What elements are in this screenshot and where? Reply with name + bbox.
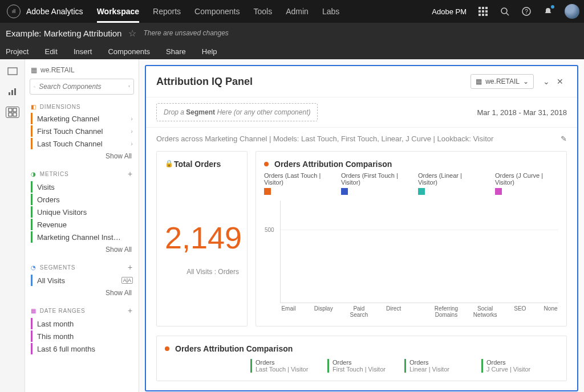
menu-components[interactable]: Components <box>108 47 150 56</box>
svg-rect-7 <box>14 88 16 95</box>
component-item[interactable]: Last month <box>25 317 139 330</box>
svg-rect-9 <box>13 108 17 112</box>
menu-edit[interactable]: Edit <box>44 47 57 56</box>
project-title[interactable]: Example: Marketing Attribution <box>6 28 121 38</box>
menu-insert[interactable]: Insert <box>74 47 92 56</box>
chart-x-labels: EmailDisplayPaid SearchDirectReferring D… <box>280 305 558 318</box>
component-item[interactable]: This month <box>25 330 139 342</box>
attribution-chart-card[interactable]: Orders Attribution Comparison Orders (La… <box>256 151 567 326</box>
workspace-canvas: Attribution IQ Panel ▦ we.RETAIL ⌄ ⌄ ✕ D… <box>139 59 584 392</box>
menu-help[interactable]: Help <box>202 47 217 56</box>
add-daterange-icon[interactable]: + <box>128 306 133 315</box>
x-axis-label: Display <box>314 305 333 318</box>
report-suite-selector[interactable]: ▦ we.RETAIL <box>25 64 139 79</box>
dateranges-header: ▦ DATE RANGES + <box>25 304 139 317</box>
rail-visualization-icon[interactable] <box>6 87 19 97</box>
metrics-header: ◑ METRICS + <box>25 167 139 181</box>
notifications-bell-icon[interactable] <box>543 6 553 17</box>
component-item[interactable]: First Touch Channel› <box>25 125 139 137</box>
dimensions-icon: ◧ <box>31 104 36 110</box>
component-item[interactable]: Orders <box>25 193 139 206</box>
primary-nav: Workspace Reports Components Tools Admin… <box>97 7 340 16</box>
svg-rect-5 <box>9 92 10 95</box>
report-suite-label: we.RETAIL <box>40 66 75 74</box>
total-orders-footer: All Visits : Orders <box>165 268 239 276</box>
menu-share[interactable]: Share <box>166 47 186 56</box>
rail-components-icon[interactable] <box>6 107 19 117</box>
add-segment-icon[interactable]: + <box>128 263 133 272</box>
calendar-icon: ▦ <box>31 308 36 314</box>
apps-switcher-icon[interactable] <box>478 6 488 17</box>
component-item[interactable]: Last Touch Channel› <box>25 137 139 150</box>
table-column-header[interactable]: OrdersLast Touch | Visitor <box>250 359 327 373</box>
component-item[interactable]: Unique Visitors <box>25 206 139 218</box>
chevron-down-icon: ⌄ <box>523 77 529 85</box>
legend-item[interactable]: Orders (Last Touch | Visitor) <box>264 172 327 196</box>
add-metric-icon[interactable]: + <box>128 169 133 178</box>
component-item[interactable]: Revenue <box>25 218 139 231</box>
favorite-star-icon[interactable]: ☆ <box>128 28 136 39</box>
org-name[interactable]: Adobe PM <box>432 7 467 16</box>
component-item[interactable]: Visits <box>25 181 139 193</box>
component-item[interactable]: Last 6 full months <box>25 342 139 355</box>
metrics-show-all[interactable]: Show All <box>25 243 139 256</box>
total-orders-card[interactable]: 🔒 Total Orders 2,149 All Visits : Orders <box>156 151 248 326</box>
search-icon[interactable] <box>500 6 510 17</box>
svg-rect-8 <box>9 108 12 112</box>
rail-panel-icon[interactable] <box>6 66 19 76</box>
component-item[interactable]: All VisitsA|A <box>25 274 139 287</box>
menu-project[interactable]: Project <box>6 47 29 56</box>
panel-title[interactable]: Attribution IQ Panel <box>156 76 253 88</box>
svg-line-1 <box>506 13 509 15</box>
search-icon <box>34 83 35 91</box>
panel-close-icon[interactable]: ✕ <box>553 77 567 86</box>
search-input[interactable] <box>39 83 125 91</box>
component-item[interactable]: Marketing Channel› <box>25 112 139 125</box>
x-axis-label: Email <box>280 305 297 318</box>
chart-dot-icon <box>264 162 269 166</box>
database-icon: ▦ <box>31 66 37 74</box>
table-column-header[interactable]: OrdersFirst Touch | Visitor <box>327 359 404 373</box>
segment-dropzone[interactable]: Drop a Segment Here (or any other compon… <box>156 103 318 121</box>
nav-admin[interactable]: Admin <box>286 7 309 16</box>
svg-rect-4 <box>8 68 17 75</box>
legend-item[interactable]: Orders (J Curve | Visitor) <box>495 172 558 196</box>
x-axis-label: Direct <box>385 305 402 318</box>
table-column-header[interactable]: OrdersJ Curve | Visitor <box>481 359 558 373</box>
panel-daterange[interactable]: Mar 1, 2018 - Mar 31, 2018 <box>477 108 567 117</box>
svg-rect-10 <box>9 113 12 116</box>
legend-item[interactable]: Orders (First Touch | Visitor) <box>341 172 404 196</box>
project-menu: Project Edit Insert Components Share Hel… <box>6 43 578 59</box>
panel-report-suite-select[interactable]: ▦ we.RETAIL ⌄ <box>471 74 534 89</box>
dimensions-show-all[interactable]: Show All <box>25 150 139 162</box>
nav-labs[interactable]: Labs <box>322 7 339 16</box>
filter-icon[interactable] <box>128 83 130 90</box>
project-header: Example: Marketing Attribution ☆ There a… <box>0 23 584 59</box>
component-search[interactable] <box>30 79 134 95</box>
user-avatar[interactable] <box>565 4 579 19</box>
nav-workspace[interactable]: Workspace <box>97 7 139 23</box>
table-dot-icon <box>165 346 169 351</box>
x-axis-label: Paid Search <box>350 305 368 318</box>
nav-components[interactable]: Components <box>194 7 240 16</box>
nav-reports[interactable]: Reports <box>153 7 181 16</box>
legend-item[interactable]: Orders (Linear | Visitor) <box>418 172 481 196</box>
left-rail <box>0 59 25 392</box>
segments-icon: ◔ <box>31 264 36 271</box>
help-icon[interactable]: ? <box>521 6 532 17</box>
table-column-header[interactable]: OrdersLinear | Visitor <box>404 359 481 373</box>
panel-collapse-icon[interactable]: ⌄ <box>540 77 553 86</box>
svg-point-0 <box>501 8 507 14</box>
component-item[interactable]: Marketing Channel Inst… <box>25 231 139 243</box>
table-header-row: OrdersLast Touch | VisitorOrdersFirst To… <box>165 359 558 373</box>
edit-pencil-icon[interactable]: ✎ <box>561 134 567 143</box>
attribution-table-card[interactable]: Orders Attribution Comparison OrdersLast… <box>156 336 567 381</box>
x-axis-label: Social Networks <box>473 305 497 318</box>
segments-show-all[interactable]: Show All <box>25 287 139 299</box>
attribution-panel: Attribution IQ Panel ▦ we.RETAIL ⌄ ⌄ ✕ D… <box>145 65 578 391</box>
svg-rect-11 <box>13 113 17 116</box>
nav-tools[interactable]: Tools <box>254 7 273 16</box>
total-orders-value: 2,149 <box>165 220 239 255</box>
metrics-icon: ◑ <box>31 171 36 177</box>
segments-header: ◔ SEGMENTS + <box>25 260 139 274</box>
